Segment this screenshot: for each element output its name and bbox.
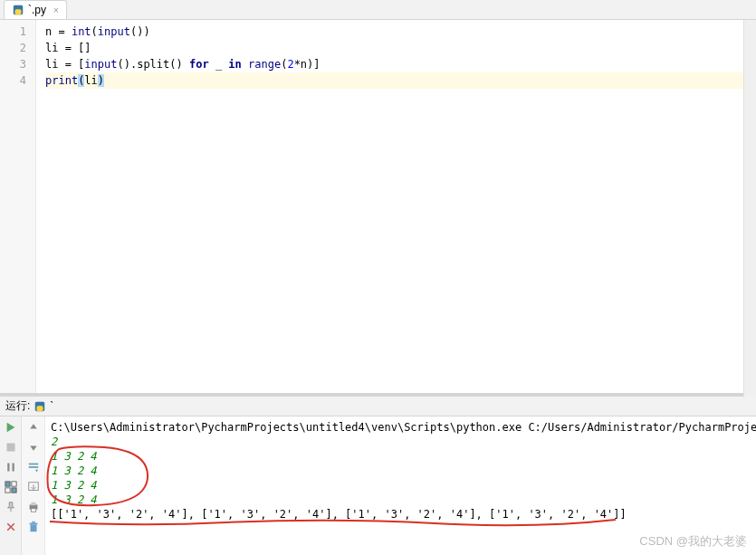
- svg-rect-12: [28, 464, 38, 465]
- python-file-icon: [12, 4, 24, 16]
- print-icon[interactable]: [26, 500, 41, 514]
- run-label: 运行:: [5, 398, 30, 414]
- run-header: 运行: `: [0, 397, 756, 416]
- close-icon[interactable]: ×: [53, 5, 59, 15]
- run-tool-window: 运行: ` C:\Users\Administrator\PycharmProj…: [0, 397, 756, 555]
- pause-icon[interactable]: [4, 460, 18, 474]
- line-number: 4: [0, 72, 35, 89]
- run-script-name: `: [50, 400, 53, 413]
- svg-rect-6: [7, 464, 9, 472]
- console-input: 1 3 2 4: [51, 464, 751, 478]
- svg-rect-9: [11, 482, 15, 486]
- code-area[interactable]: n = int(input()) li = [] li = [input().s…: [36, 20, 756, 393]
- run-toolbar-right: [22, 416, 45, 555]
- svg-rect-11: [11, 488, 15, 493]
- code-line-3: li = [input().split() for _ in range(2*n…: [45, 56, 749, 72]
- stop-icon[interactable]: [4, 440, 18, 455]
- vertical-scrollbar[interactable]: [743, 20, 756, 393]
- svg-rect-20: [32, 522, 35, 523]
- svg-rect-7: [12, 464, 14, 472]
- layout-icon[interactable]: [4, 480, 18, 494]
- svg-rect-1: [15, 9, 22, 14]
- code-line-2: li = []: [45, 40, 749, 56]
- trash-icon[interactable]: [26, 520, 41, 534]
- editor-tab-bar: `.py ×: [0, 0, 756, 20]
- code-line-4: print(li): [45, 72, 749, 89]
- tab-filename: `.py: [28, 4, 46, 16]
- rerun-icon[interactable]: [4, 420, 18, 435]
- svg-rect-17: [31, 509, 35, 512]
- console-input: 2: [51, 435, 751, 449]
- console-input: 1 3 2 4: [51, 493, 751, 507]
- down-icon[interactable]: [26, 440, 41, 455]
- code-line-1: n = int(input()): [45, 24, 749, 40]
- scroll-end-icon[interactable]: [26, 480, 41, 494]
- svg-marker-4: [6, 423, 14, 433]
- line-number: 1: [0, 24, 35, 40]
- svg-rect-19: [29, 523, 37, 525]
- run-toolbar-left: [0, 416, 22, 555]
- file-tab[interactable]: `.py ×: [4, 0, 67, 19]
- soft-wrap-icon[interactable]: [26, 460, 41, 474]
- line-gutter: 1 2 3 4: [0, 20, 36, 393]
- console-input: 1 3 2 4: [51, 449, 751, 464]
- pin-icon[interactable]: [4, 500, 18, 514]
- close-panel-icon[interactable]: [4, 520, 18, 534]
- svg-rect-16: [31, 502, 35, 506]
- svg-rect-8: [5, 482, 9, 486]
- line-number: 3: [0, 56, 35, 72]
- svg-rect-3: [37, 406, 43, 411]
- svg-rect-5: [6, 444, 14, 452]
- console-input: 1 3 2 4: [51, 478, 751, 493]
- up-icon[interactable]: [26, 420, 41, 435]
- console-output-line: [['1', '3', '2', '4'], ['1', '3', '2', '…: [51, 507, 751, 522]
- svg-rect-18: [30, 524, 36, 531]
- code-editor: 1 2 3 4 n = int(input()) li = [] li = [i…: [0, 20, 756, 393]
- svg-rect-13: [28, 466, 38, 468]
- python-file-icon: [33, 400, 46, 413]
- console-path: C:\Users\Administrator\PycharmProjects\u…: [51, 420, 751, 435]
- svg-rect-10: [5, 488, 9, 493]
- watermark: CSDN @我的大老婆: [639, 533, 747, 550]
- line-number: 2: [0, 40, 35, 56]
